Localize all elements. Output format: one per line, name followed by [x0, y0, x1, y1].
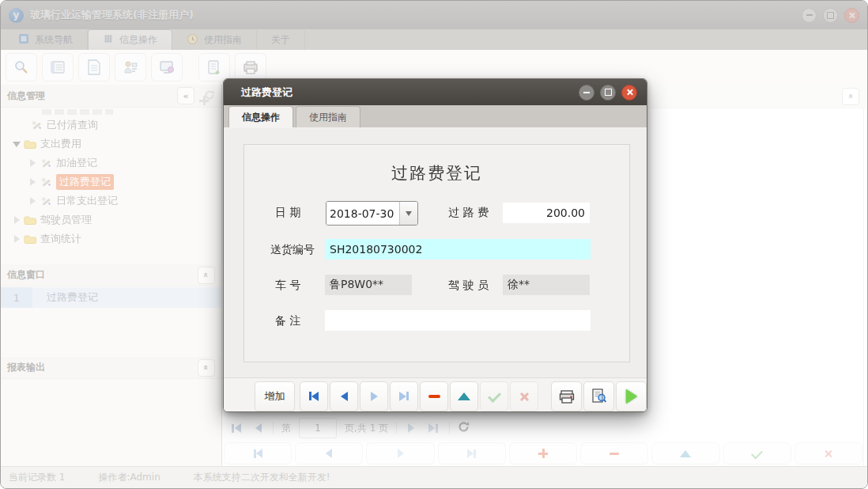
nav-prev-icon[interactable]	[295, 442, 363, 464]
confirm-icon[interactable]	[723, 442, 791, 464]
grid-icon	[103, 33, 114, 47]
nav-last-icon[interactable]	[390, 381, 418, 411]
tab-label: 关于	[271, 33, 290, 47]
dialog-tab-user-guide[interactable]: 使用指南	[296, 106, 360, 127]
date-input[interactable]	[326, 202, 399, 225]
chevron-right-icon[interactable]	[26, 197, 39, 205]
document-icon[interactable]	[78, 53, 110, 82]
tab-info-operation[interactable]: 信息操作	[88, 29, 172, 50]
driver-input[interactable]	[503, 275, 590, 295]
guide-icon	[187, 33, 198, 47]
collapse-panel-icon[interactable]: «	[198, 267, 215, 284]
search-icon[interactable]	[6, 53, 37, 82]
chevron-right-icon[interactable]	[26, 159, 39, 167]
nav-next-icon[interactable]	[360, 381, 388, 411]
add-button[interactable]: 增加	[255, 381, 295, 411]
panel-header-info-window: 信息窗口 «	[1, 264, 221, 286]
dialog-titlebar: 过路费登记	[224, 79, 647, 105]
nav-prev-icon[interactable]	[330, 381, 358, 411]
toll-form: 过路费登记 日 期 过 路 费 送货编号 车 号 驾 驶 员 备 注	[243, 144, 630, 362]
dialog-title: 过路费登记	[241, 85, 292, 100]
tree-item-driver-management[interactable]: 驾驶员管理	[1, 210, 221, 229]
fee-input[interactable]	[503, 203, 590, 223]
tree-item-toll-register[interactable]: 过路费登记	[1, 172, 221, 191]
toll-register-dialog: 过路费登记 信息操作 使用指南 过路费登记 日 期 过 路 费 送货编	[223, 78, 647, 412]
tab-user-guide[interactable]: 使用指南	[172, 30, 257, 50]
chevron-right-icon[interactable]	[10, 235, 23, 243]
delete-icon[interactable]	[420, 381, 448, 411]
tab-about[interactable]: 关于	[257, 30, 305, 50]
dialog-close-icon[interactable]	[621, 85, 637, 100]
chevron-right-icon[interactable]	[26, 178, 39, 186]
tool-icon	[39, 195, 53, 207]
cancel-icon[interactable]	[510, 381, 538, 411]
collapse-panel-icon[interactable]: «	[198, 359, 215, 377]
scroll-edge	[863, 108, 864, 468]
tab-label: 信息操作	[119, 33, 157, 47]
tab-system-navigation[interactable]: 系统导航	[4, 30, 88, 50]
plus-icon[interactable]	[509, 442, 577, 464]
app-logo-icon: y	[9, 8, 24, 23]
chevron-right-icon[interactable]	[10, 216, 23, 224]
pagination-bar: 第 页,共 1 页	[228, 415, 470, 441]
dialog-minimize-icon[interactable]	[579, 85, 594, 100]
page-number-input[interactable]	[299, 418, 337, 438]
confirm-icon[interactable]	[480, 381, 508, 411]
user-chart-icon[interactable]	[115, 53, 146, 82]
dialog-body: 过路费登记 日 期 过 路 费 送货编号 车 号 驾 驶 员 备 注 增加	[224, 128, 647, 412]
panel-header-report-output: 报表输出 «	[1, 357, 221, 379]
vehicle-input[interactable]	[325, 275, 412, 295]
collapse-sidebar-icon[interactable]: «	[177, 87, 194, 104]
report-icon[interactable]	[42, 53, 74, 82]
nav-last-icon[interactable]	[438, 442, 506, 464]
fee-label: 过 路 费	[448, 202, 489, 223]
navigation-tree: 已付清查询 支出费用 加油登记	[1, 108, 221, 264]
tab-label: 系统导航	[35, 33, 73, 47]
printer-box-icon[interactable]	[235, 53, 266, 82]
up-icon[interactable]	[651, 442, 719, 464]
delivery-no-input[interactable]	[325, 239, 591, 260]
cancel-icon[interactable]	[794, 442, 862, 464]
print-icon[interactable]	[551, 381, 582, 411]
row-index: 1	[1, 287, 32, 308]
operator-label: 操作者:Admin	[98, 471, 160, 484]
refresh-icon[interactable]	[458, 421, 470, 435]
tab-label: 使用指南	[204, 33, 242, 47]
nav-first-icon[interactable]	[224, 442, 292, 464]
titlebar: y 玻璃行业运输管理系统(非注册用户)	[1, 1, 867, 29]
chevron-down-icon[interactable]	[10, 142, 23, 147]
add-document-icon[interactable]	[198, 53, 230, 82]
page-prev-icon[interactable]	[252, 423, 265, 433]
monitor-icon[interactable]	[151, 53, 183, 82]
tree-item-daily-expense[interactable]: 日常支出登记	[1, 191, 221, 210]
page-last-icon[interactable]	[425, 423, 441, 433]
tree-item-query-statistics[interactable]: 查询统计	[1, 229, 221, 248]
record-nav-bar	[224, 442, 867, 464]
page-next-icon[interactable]	[405, 423, 417, 433]
tree-label: 支出费用	[40, 137, 81, 151]
run-icon[interactable]	[616, 381, 647, 411]
close-icon[interactable]	[844, 8, 859, 23]
collapse-content-icon[interactable]: «	[842, 88, 859, 105]
date-combobox[interactable]	[326, 201, 418, 226]
tree-item-paid-query[interactable]: 已付清查询	[1, 116, 221, 135]
chevron-down-icon[interactable]	[399, 202, 417, 225]
page-first-icon[interactable]	[228, 423, 244, 433]
page-prefix: 第	[281, 422, 291, 435]
tree-item-expense[interactable]: 支出费用	[1, 135, 221, 154]
dialog-tab-info-operation[interactable]: 信息操作	[228, 106, 293, 127]
tree-item-fuel-register[interactable]: 加油登记	[1, 154, 221, 172]
maximize-icon[interactable]	[823, 8, 838, 23]
nav-first-icon[interactable]	[300, 381, 328, 411]
folder-icon	[23, 215, 37, 226]
minimize-icon[interactable]	[802, 8, 817, 23]
post-up-icon[interactable]	[450, 381, 478, 411]
dialog-maximize-icon[interactable]	[600, 85, 616, 100]
minus-icon[interactable]	[580, 442, 648, 464]
preview-icon[interactable]	[583, 381, 614, 411]
info-window-row[interactable]: 1 过路费登记	[1, 287, 221, 308]
nav-next-icon[interactable]	[366, 442, 434, 464]
status-bar: 当前记录数 1 操作者:Admin 本系统支持二次开发和全新开发!	[1, 466, 867, 488]
remark-input[interactable]	[325, 310, 591, 331]
sidebar: 信息管理 « 已付清查询	[1, 85, 222, 468]
